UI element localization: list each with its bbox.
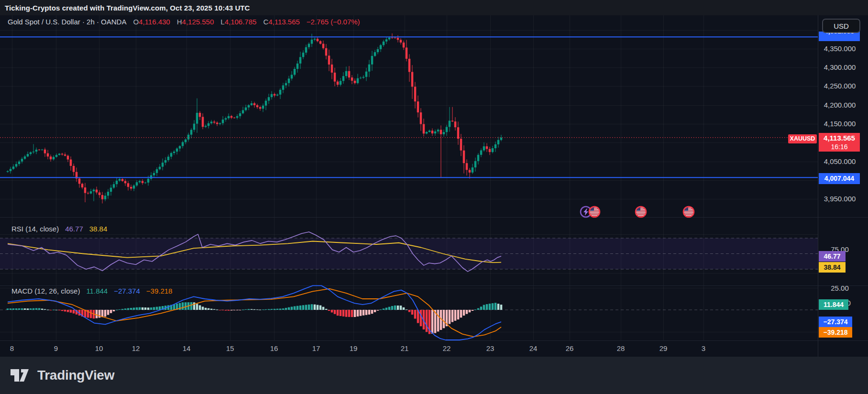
change-value: −2.765 (−0.07%) xyxy=(307,18,360,26)
us-flag-event-icon[interactable] xyxy=(589,207,600,217)
currency-label: USD xyxy=(834,22,849,30)
time-tick-label: 29 xyxy=(659,345,668,352)
macd-legend[interactable]: MACD (12, 26, close) 11.844 −27.374 −39.… xyxy=(11,287,172,295)
footer-brand-bar: TradingView xyxy=(0,357,868,394)
last-price-label: 4,113.565 16:16 xyxy=(819,133,860,152)
ohlc-item: C4,113.565 xyxy=(263,18,299,26)
time-tick-label: 24 xyxy=(529,345,538,352)
rsi-ma-value: 38.84 xyxy=(89,225,108,233)
symbol-title: Gold Spot / U.S. Dollar · 2h · OANDA xyxy=(8,18,126,26)
time-tick-label: 22 xyxy=(443,345,451,352)
time-tick-label: 16 xyxy=(270,345,278,352)
time-tick-label: 19 xyxy=(350,345,358,352)
macd-line-value: −27.374 xyxy=(114,287,140,295)
macd-line-value-label: −27.374 xyxy=(819,317,852,327)
us-flag-event-icon[interactable] xyxy=(636,207,646,217)
tradingview-wordmark[interactable]: TradingView xyxy=(37,368,114,383)
tradingview-snapshot: Ticking-Cryptos created with TradingView… xyxy=(0,0,868,394)
price-tick-label: 4,150.000 xyxy=(819,120,860,128)
us-flag-event-icon[interactable] xyxy=(683,207,694,217)
rsi-title: RSI (14, close) xyxy=(11,225,59,233)
price-axis[interactable]: 4,350.0004,300.0004,250.0004,200.0004,15… xyxy=(818,15,868,357)
currency-toggle-button[interactable]: USD xyxy=(822,19,860,33)
price-tick-label: 4,250.000 xyxy=(819,82,860,90)
rsi-ma-value-label: 38.84 xyxy=(819,262,846,273)
price-tick-label: 4,050.000 xyxy=(819,158,860,165)
ohlc-item: L4,106.785 xyxy=(220,18,256,26)
macd-hist-value-label: 11.844 xyxy=(819,299,848,310)
time-tick-label: 9 xyxy=(54,345,58,352)
rsi-axis-tick-lower: 25.00 xyxy=(819,285,860,292)
tradingview-logo-icon[interactable] xyxy=(10,368,32,383)
ohlc-item: O4,116.430 xyxy=(133,18,170,26)
macd-hist-value: 11.844 xyxy=(86,287,108,295)
price-tick-label: 4,300.000 xyxy=(819,64,860,71)
time-tick-label: 26 xyxy=(566,345,574,352)
time-tick-label: 14 xyxy=(183,345,191,352)
chart-canvas[interactable] xyxy=(0,0,868,357)
ohlc-item: H4,125.550 xyxy=(177,18,214,26)
price-tick-label: 4,200.000 xyxy=(819,101,860,109)
time-tick-label: 12 xyxy=(132,345,140,352)
rsi-legend[interactable]: RSI (14, close) 46.77 38.84 xyxy=(11,225,107,233)
macd-signal-value: −39.218 xyxy=(146,287,173,295)
time-tick-label: 17 xyxy=(312,345,320,352)
macd-signal-value-label: −39.218 xyxy=(819,327,852,338)
price-tick-label: 3,950.000 xyxy=(819,195,860,203)
price-tick-label: 4,350.000 xyxy=(819,45,860,53)
support-price-label: 4,007.044 xyxy=(819,173,860,184)
time-tick-label: 10 xyxy=(95,345,103,352)
time-tick-label: 3 xyxy=(702,345,705,352)
price-line-symbol-tag: XAUUSD xyxy=(788,134,817,143)
bar-countdown: 16:16 xyxy=(819,143,860,151)
ohlc-values: O4,116.430H4,125.550L4,106.785C4,113.565 xyxy=(133,18,299,26)
time-tick-label: 8 xyxy=(10,345,14,352)
time-tick-label: 21 xyxy=(401,345,409,352)
resistance-price-label: 4,381.588 xyxy=(819,32,860,41)
rsi-value-label: 46.77 xyxy=(819,251,846,262)
symbol-legend[interactable]: Gold Spot / U.S. Dollar · 2h · OANDA O4,… xyxy=(8,18,360,26)
time-tick-label: 28 xyxy=(617,345,625,352)
macd-title: MACD (12, 26, close) xyxy=(11,287,80,295)
rsi-value: 46.77 xyxy=(65,225,83,233)
time-tick-label: 15 xyxy=(226,345,234,352)
time-tick-label: 23 xyxy=(486,345,494,352)
time-axis[interactable]: 8910121415161719212223242628293 xyxy=(0,340,818,357)
